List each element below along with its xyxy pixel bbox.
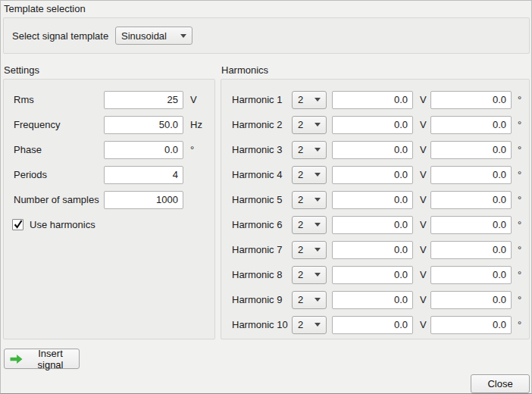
chevron-down-icon (315, 148, 321, 152)
settings-field-label: Phase (14, 144, 104, 155)
harmonic-phase-unit: ° (518, 269, 521, 280)
settings-field-label: Number of samples (14, 194, 104, 205)
harmonic-order-select[interactable]: 2 (292, 116, 327, 134)
harmonic-order-select[interactable]: 2 (292, 291, 327, 309)
harmonic-order-value: 2 (298, 119, 315, 130)
harmonic-phase-input[interactable] (430, 316, 512, 334)
template-group-title: Template selection (4, 3, 530, 15)
template-selection-dialog: Template selection Select signal templat… (0, 0, 532, 394)
settings-field-row: Rms V (4, 87, 214, 112)
use-harmonics-label[interactable]: Use harmonics (30, 219, 95, 230)
harmonic-amplitude-unit: V (420, 94, 430, 105)
harmonic-phase-input[interactable] (430, 191, 512, 209)
harmonic-label: Harmonic 2 (232, 119, 292, 130)
harmonic-phase-unit: ° (518, 294, 521, 305)
harmonic-phase-input[interactable] (430, 116, 512, 134)
harmonic-row: Harmonic 3 2 V ° (221, 137, 529, 162)
harmonic-amplitude-unit: V (420, 219, 430, 230)
harmonic-phase-input[interactable] (430, 241, 512, 259)
harmonic-order-select[interactable]: 2 (292, 241, 327, 259)
settings-field-row: Periods (4, 162, 214, 187)
chevron-down-icon (315, 198, 321, 202)
settings-field-input[interactable] (104, 166, 183, 184)
harmonic-order-value: 2 (298, 144, 315, 155)
harmonic-label: Harmonic 3 (232, 144, 292, 155)
harmonic-phase-unit: ° (518, 319, 521, 330)
harmonic-phase-input[interactable] (430, 91, 512, 109)
chevron-down-icon (315, 248, 321, 252)
harmonic-amplitude-unit: V (420, 244, 430, 255)
settings-field-label: Frequency (14, 119, 104, 130)
settings-field-row: Frequency Hz (4, 112, 214, 137)
harmonic-order-select[interactable]: 2 (292, 266, 327, 284)
harmonic-order-select[interactable]: 2 (292, 316, 327, 334)
checkmark-icon (13, 219, 23, 230)
settings-field-unit: ° (190, 144, 194, 155)
harmonic-amplitude-input[interactable] (332, 316, 413, 334)
settings-group-frame: Rms V Frequency Hz Phase ° Periods Numb (3, 79, 215, 339)
harmonic-amplitude-unit: V (420, 294, 430, 305)
chevron-down-icon (315, 298, 321, 302)
harmonic-order-value: 2 (298, 244, 315, 255)
settings-field-row: Number of samples (4, 187, 214, 212)
harmonic-order-value: 2 (298, 94, 315, 105)
harmonic-order-select[interactable]: 2 (292, 141, 327, 159)
settings-field-unit: V (190, 94, 197, 105)
harmonic-amplitude-input[interactable] (332, 291, 413, 309)
harmonic-order-value: 2 (298, 169, 315, 180)
settings-field-input[interactable] (104, 116, 183, 134)
harmonic-order-value: 2 (298, 294, 315, 305)
harmonics-group-title: Harmonics (221, 64, 530, 77)
harmonic-phase-input[interactable] (430, 216, 512, 234)
harmonic-order-select[interactable]: 2 (292, 216, 327, 234)
harmonic-phase-input[interactable] (430, 166, 512, 184)
harmonic-phase-unit: ° (518, 194, 521, 205)
chevron-down-icon (315, 173, 321, 177)
harmonic-phase-input[interactable] (430, 266, 512, 284)
insert-signal-button[interactable]: Insert signal (4, 349, 80, 369)
harmonic-amplitude-input[interactable] (332, 166, 413, 184)
harmonic-row: Harmonic 2 2 V ° (221, 112, 529, 137)
use-harmonics-row: Use harmonics (4, 212, 214, 237)
harmonic-amplitude-input[interactable] (332, 241, 413, 259)
harmonic-phase-input[interactable] (430, 141, 512, 159)
harmonic-amplitude-input[interactable] (332, 91, 413, 109)
harmonic-row: Harmonic 6 2 V ° (221, 212, 529, 237)
green-arrow-icon (10, 354, 23, 364)
harmonic-row: Harmonic 5 2 V ° (221, 187, 529, 212)
harmonic-row: Harmonic 4 2 V ° (221, 162, 529, 187)
harmonic-row: Harmonic 1 2 V ° (221, 87, 529, 112)
harmonic-order-select[interactable]: 2 (292, 191, 327, 209)
harmonic-amplitude-input[interactable] (332, 191, 413, 209)
chevron-down-icon (315, 223, 321, 227)
chevron-down-icon (315, 323, 321, 327)
harmonic-phase-unit: ° (518, 144, 521, 155)
harmonic-label: Harmonic 8 (232, 269, 292, 280)
settings-field-row: Phase ° (4, 137, 214, 162)
settings-field-input[interactable] (104, 191, 183, 209)
harmonic-amplitude-unit: V (420, 269, 430, 280)
harmonic-amplitude-input[interactable] (332, 116, 413, 134)
harmonic-amplitude-unit: V (420, 194, 430, 205)
harmonic-phase-input[interactable] (430, 291, 512, 309)
harmonic-row: Harmonic 10 2 V ° (221, 312, 529, 337)
harmonic-order-value: 2 (298, 269, 315, 280)
harmonic-label: Harmonic 7 (232, 244, 292, 255)
select-template-label: Select signal template (12, 30, 115, 42)
harmonic-order-select[interactable]: 2 (292, 166, 327, 184)
harmonic-amplitude-input[interactable] (332, 266, 413, 284)
settings-field-label: Rms (14, 94, 104, 105)
harmonic-label: Harmonic 4 (232, 169, 292, 180)
use-harmonics-checkbox[interactable] (12, 219, 23, 230)
signal-template-select[interactable]: Sinusoidal (115, 27, 192, 45)
harmonic-phase-unit: ° (518, 244, 521, 255)
signal-template-value: Sinusoidal (121, 30, 180, 42)
harmonic-order-select[interactable]: 2 (292, 91, 327, 109)
settings-field-input[interactable] (104, 141, 183, 159)
insert-signal-label: Insert signal (28, 348, 73, 371)
close-button[interactable]: Close (471, 374, 530, 393)
chevron-down-icon (315, 98, 321, 102)
harmonic-amplitude-input[interactable] (332, 216, 413, 234)
harmonic-amplitude-input[interactable] (332, 141, 413, 159)
settings-field-input[interactable] (104, 91, 183, 109)
